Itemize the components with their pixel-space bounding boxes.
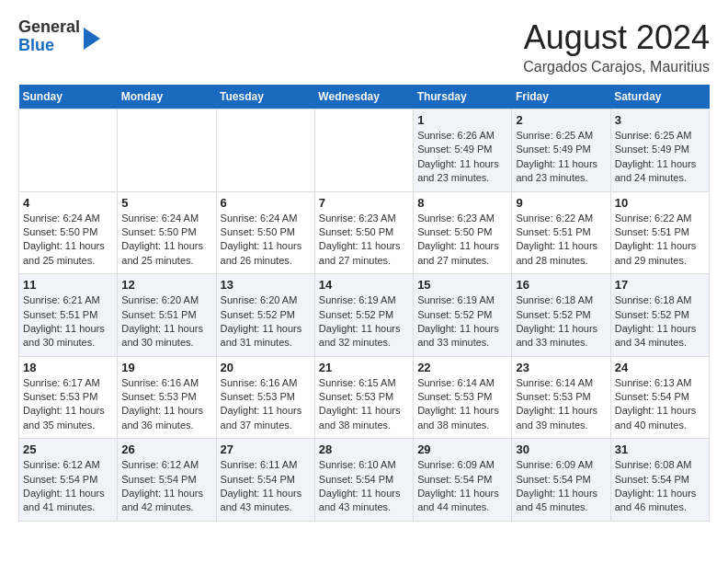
daylight-hours: Daylight: 11 hours and 42 minutes. [121, 488, 203, 512]
sunrise-info: Sunrise: 6:21 AM [23, 294, 100, 305]
sunrise-info: Sunrise: 6:10 AM [319, 459, 396, 470]
daylight-hours: Daylight: 11 hours and 45 minutes. [516, 488, 597, 512]
week-row-1: 4Sunrise: 6:24 AMSunset: 5:50 PMDaylight… [19, 191, 710, 274]
day-number: 28 [319, 442, 409, 456]
day-info: Sunrise: 6:16 AMSunset: 5:53 PMDaylight:… [221, 376, 311, 433]
day-info: Sunrise: 6:09 AMSunset: 5:54 PMDaylight:… [417, 458, 507, 515]
day-number: 29 [417, 442, 507, 456]
calendar-cell: 17Sunrise: 6:18 AMSunset: 5:52 PMDayligh… [610, 274, 709, 357]
sunrise-info: Sunrise: 6:18 AM [615, 294, 692, 305]
page-header: General Blue August 2024 Cargados Carajo… [18, 18, 710, 75]
sunrise-info: Sunrise: 6:11 AM [221, 459, 298, 470]
sunset-info: Sunset: 5:53 PM [121, 391, 196, 402]
day-number: 9 [516, 196, 606, 210]
daylight-hours: Daylight: 11 hours and 43 minutes. [319, 488, 401, 512]
logo: General Blue [18, 18, 100, 55]
sunset-info: Sunset: 5:52 PM [516, 309, 590, 320]
calendar-cell: 10Sunrise: 6:22 AMSunset: 5:51 PMDayligh… [610, 191, 709, 274]
daylight-hours: Daylight: 11 hours and 26 minutes. [221, 240, 302, 265]
day-info: Sunrise: 6:26 AMSunset: 5:49 PMDaylight:… [417, 129, 507, 186]
daylight-hours: Daylight: 11 hours and 30 minutes. [23, 323, 105, 348]
day-info: Sunrise: 6:18 AMSunset: 5:52 PMDaylight:… [615, 293, 705, 350]
sunset-info: Sunset: 5:49 PM [417, 144, 492, 155]
logo-arrow-icon [84, 28, 100, 50]
sunset-info: Sunset: 5:53 PM [221, 391, 295, 402]
day-header-thursday: Thursday [414, 85, 512, 109]
day-number: 2 [516, 113, 606, 127]
daylight-hours: Daylight: 11 hours and 43 minutes. [221, 488, 302, 512]
day-number: 17 [615, 278, 705, 292]
sunrise-info: Sunrise: 6:26 AM [417, 130, 495, 141]
daylight-hours: Daylight: 11 hours and 46 minutes. [615, 488, 697, 512]
daylight-hours: Daylight: 11 hours and 40 minutes. [615, 405, 697, 430]
daylight-hours: Daylight: 11 hours and 23 minutes. [417, 158, 499, 183]
day-info: Sunrise: 6:15 AMSunset: 5:53 PMDaylight:… [319, 376, 409, 433]
daylight-hours: Daylight: 11 hours and 44 minutes. [417, 488, 499, 512]
sunrise-info: Sunrise: 6:23 AM [417, 213, 495, 224]
week-row-3: 18Sunrise: 6:17 AMSunset: 5:53 PMDayligh… [19, 356, 710, 439]
sunset-info: Sunset: 5:54 PM [516, 474, 590, 485]
day-header-wednesday: Wednesday [314, 85, 413, 109]
sunset-info: Sunset: 5:51 PM [615, 226, 689, 237]
daylight-hours: Daylight: 11 hours and 36 minutes. [121, 405, 203, 430]
sunset-info: Sunset: 5:54 PM [121, 474, 196, 485]
calendar-cell: 9Sunrise: 6:22 AMSunset: 5:51 PMDaylight… [512, 191, 610, 274]
day-info: Sunrise: 6:22 AMSunset: 5:51 PMDaylight:… [516, 212, 606, 269]
calendar-cell: 12Sunrise: 6:20 AMSunset: 5:51 PMDayligh… [118, 274, 216, 357]
day-info: Sunrise: 6:14 AMSunset: 5:53 PMDaylight:… [516, 376, 606, 433]
day-info: Sunrise: 6:13 AMSunset: 5:54 PMDaylight:… [615, 376, 705, 433]
day-info: Sunrise: 6:16 AMSunset: 5:53 PMDaylight:… [121, 376, 211, 433]
day-number: 31 [615, 442, 705, 456]
day-info: Sunrise: 6:14 AMSunset: 5:53 PMDaylight:… [417, 376, 507, 433]
sunset-info: Sunset: 5:54 PM [319, 474, 393, 485]
sunrise-info: Sunrise: 6:09 AM [516, 459, 593, 470]
day-info: Sunrise: 6:24 AMSunset: 5:50 PMDaylight:… [221, 212, 311, 269]
sunrise-info: Sunrise: 6:19 AM [417, 294, 495, 305]
calendar-cell [19, 109, 118, 192]
day-info: Sunrise: 6:11 AMSunset: 5:54 PMDaylight:… [221, 458, 311, 515]
day-number: 16 [516, 278, 606, 292]
sunset-info: Sunset: 5:50 PM [319, 226, 393, 237]
sunset-info: Sunset: 5:51 PM [121, 309, 196, 320]
sunset-info: Sunset: 5:49 PM [516, 144, 590, 155]
sunset-info: Sunset: 5:54 PM [417, 474, 492, 485]
daylight-hours: Daylight: 11 hours and 33 minutes. [516, 323, 597, 348]
daylight-hours: Daylight: 11 hours and 24 minutes. [615, 158, 697, 183]
sunset-info: Sunset: 5:50 PM [417, 226, 492, 237]
day-number: 12 [121, 278, 211, 292]
day-number: 24 [615, 361, 705, 374]
calendar-cell: 26Sunrise: 6:12 AMSunset: 5:54 PMDayligh… [118, 439, 216, 522]
sunset-info: Sunset: 5:51 PM [516, 226, 590, 237]
calendar-cell: 18Sunrise: 6:17 AMSunset: 5:53 PMDayligh… [19, 356, 118, 439]
month-title: August 2024 [523, 18, 710, 57]
calendar-cell: 13Sunrise: 6:20 AMSunset: 5:52 PMDayligh… [216, 274, 314, 357]
sunset-info: Sunset: 5:50 PM [121, 226, 196, 237]
calendar-cell: 24Sunrise: 6:13 AMSunset: 5:54 PMDayligh… [610, 356, 709, 439]
calendar-cell: 7Sunrise: 6:23 AMSunset: 5:50 PMDaylight… [314, 191, 413, 274]
day-info: Sunrise: 6:23 AMSunset: 5:50 PMDaylight:… [417, 212, 507, 269]
sunrise-info: Sunrise: 6:12 AM [121, 459, 199, 470]
sunset-info: Sunset: 5:52 PM [615, 309, 689, 320]
day-number: 21 [319, 361, 409, 374]
calendar-body: 1Sunrise: 6:26 AMSunset: 5:49 PMDaylight… [19, 109, 710, 522]
day-number: 8 [417, 196, 507, 210]
day-number: 1 [417, 113, 507, 127]
sunrise-info: Sunrise: 6:18 AM [516, 294, 593, 305]
sunrise-info: Sunrise: 6:12 AM [23, 459, 100, 470]
day-info: Sunrise: 6:25 AMSunset: 5:49 PMDaylight:… [516, 129, 606, 186]
day-number: 5 [121, 196, 211, 210]
calendar-cell: 14Sunrise: 6:19 AMSunset: 5:52 PMDayligh… [314, 274, 413, 357]
day-number: 26 [121, 442, 211, 456]
daylight-hours: Daylight: 11 hours and 25 minutes. [23, 240, 105, 265]
sunset-info: Sunset: 5:51 PM [23, 309, 97, 320]
sunset-info: Sunset: 5:54 PM [221, 474, 295, 485]
day-header-friday: Friday [512, 85, 610, 109]
day-number: 23 [516, 361, 606, 374]
calendar-cell: 30Sunrise: 6:09 AMSunset: 5:54 PMDayligh… [512, 439, 610, 522]
day-number: 11 [23, 278, 113, 292]
sunrise-info: Sunrise: 6:22 AM [615, 213, 692, 224]
sunset-info: Sunset: 5:54 PM [23, 474, 97, 485]
logo-line1: General [18, 18, 80, 37]
sunrise-info: Sunrise: 6:24 AM [221, 213, 298, 224]
day-info: Sunrise: 6:12 AMSunset: 5:54 PMDaylight:… [121, 458, 211, 515]
